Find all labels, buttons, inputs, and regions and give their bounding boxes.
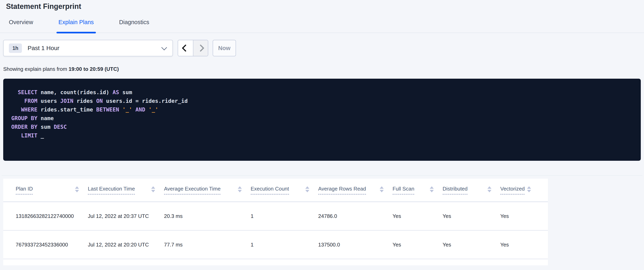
column-header-label: Vectorized [500,186,524,194]
column-header-label: Full Scan [392,186,414,194]
status-prefix: Showing explain plans from [3,66,68,72]
time-range-select[interactable]: 1h Past 1 Hour [3,40,173,56]
column-header-execution-count[interactable]: Execution Count [251,186,318,194]
status-time-range: 19:00 to 20:59 (UTC) [68,66,119,72]
column-header-average-rows-read[interactable]: Average Rows Read [318,186,392,194]
time-range-badge: 1h [9,44,22,53]
tab-diagnostics[interactable]: Diagnostics [118,19,150,33]
sort-icon [238,186,242,194]
sql-statement-block: SELECT name, count(rides.id) AS sum FROM… [3,79,641,161]
sort-icon [527,186,531,194]
plan-cell: Yes [500,213,540,219]
column-header-label: Average Execution Time [164,186,220,194]
column-header-label: Last Execution Time [88,186,135,194]
plan-cell: Jul 12, 2022 at 20:37 UTC [88,213,164,219]
plans-table-header: Plan IDLast Execution TimeAverage Execut… [3,179,548,202]
plan-cell: Jul 12, 2022 at 20:20 UTC [88,242,164,248]
column-header-last-execution-time[interactable]: Last Execution Time [88,186,164,194]
sort-icon [75,186,79,194]
now-button[interactable]: Now [213,40,236,56]
sql-statement-text: SELECT name, count(rides.id) AS sum FROM… [3,79,641,140]
chevron-right-icon [197,45,204,52]
plan-id-cell: 767933723452336000 [16,242,88,248]
column-header-label: Plan ID [16,186,33,194]
plan-cell: Yes [442,242,500,248]
plan-cell: Yes [392,242,442,248]
time-controls: 1h Past 1 Hour Now [3,40,641,56]
sort-icon [305,186,309,194]
chevron-left-icon [182,45,189,52]
sort-icon [380,186,384,194]
column-header-label: Distributed [442,186,468,194]
column-header-full-scan[interactable]: Full Scan [392,186,442,194]
prev-time-button[interactable] [178,40,193,56]
plan-cell: 1 [251,242,318,248]
plan-row[interactable]: 13182663282122740000Jul 12, 2022 at 20:3… [3,202,548,230]
chevron-down-icon [162,45,167,50]
column-header-distributed[interactable]: Distributed [442,186,500,194]
tab-bar: Overview Explain Plans Diagnostics [0,19,644,33]
plan-cell: 1 [251,213,318,219]
sort-icon [488,186,492,194]
plan-cell: Yes [500,242,540,248]
column-header-vectorized[interactable]: Vectorized [500,186,540,194]
statement-fingerprint-page: Statement Fingerprint Overview Explain P… [0,2,644,270]
plan-cell: 20.3 ms [164,213,251,219]
column-header-label: Average Rows Read [318,186,366,194]
sort-icon [430,186,434,194]
sort-icon [151,186,155,194]
column-header-plan-id[interactable]: Plan ID [16,186,88,194]
tab-overview[interactable]: Overview [8,19,34,33]
next-time-button[interactable] [193,40,208,56]
plans-table-body: 13182663282122740000Jul 12, 2022 at 20:3… [3,202,548,259]
column-header-average-execution-time[interactable]: Average Execution Time [164,186,251,194]
time-pager [178,40,208,56]
page-title: Statement Fingerprint [6,2,644,11]
column-header-label: Execution Count [251,186,289,194]
explain-plans-card: Plan IDLast Execution TimeAverage Execut… [3,179,548,265]
plan-cell: 24786.0 [318,213,392,219]
plan-cell: 77.7 ms [164,242,251,248]
plan-cell: Yes [392,213,442,219]
section-divider [2,175,642,176]
showing-plans-status: Showing explain plans from 19:00 to 20:5… [3,66,641,72]
plan-cell: 137500.0 [318,242,392,248]
plan-row[interactable]: 767933723452336000Jul 12, 2022 at 20:20 … [3,230,548,259]
plan-cell: Yes [442,213,500,219]
plan-id-cell: 13182663282122740000 [16,213,88,219]
tab-explain-plans[interactable]: Explain Plans [58,19,95,33]
time-range-label: Past 1 Hour [28,45,59,52]
